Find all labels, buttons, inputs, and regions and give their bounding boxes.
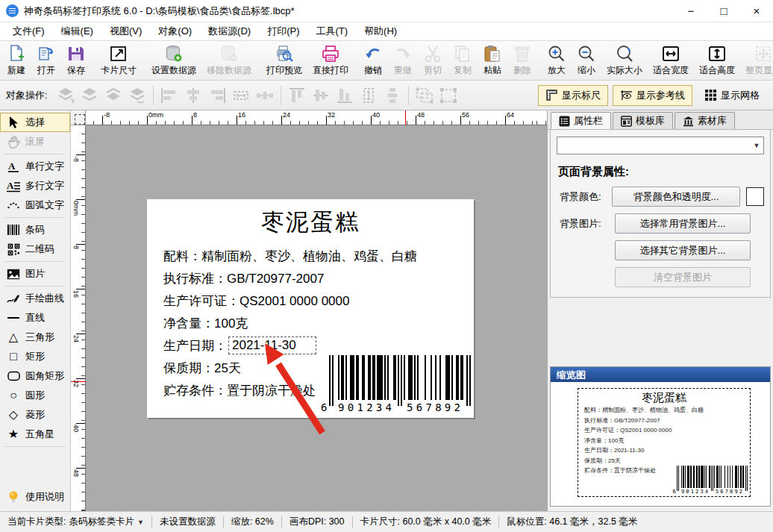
cursor-icon <box>6 115 21 130</box>
tool-arc-text[interactable]: 圆弧文字 <box>0 195 70 215</box>
layer-forward-icon <box>55 86 76 105</box>
card-size-button[interactable]: 卡片尺寸 <box>96 42 142 79</box>
actual-size-button[interactable]: 实际大小 <box>601 42 648 79</box>
tool-select[interactable]: 选择 <box>0 113 70 132</box>
ruler-major-tick <box>416 116 416 125</box>
background-section-title: 页面背景属性: <box>558 165 764 179</box>
h-ruler-label: 0mm <box>148 111 163 119</box>
ruler-major-tick <box>76 423 85 424</box>
card-type-dropdown[interactable]: 当前卡片类型: 条码标签类卡片 ▼ <box>0 516 151 528</box>
h-ruler-label: 56 <box>462 111 469 119</box>
fit-height-button[interactable]: 适合高度 <box>694 42 740 79</box>
menu-tools[interactable]: 工具(T) <box>307 22 356 40</box>
ruler-major-tick <box>76 199 85 200</box>
license-line[interactable]: 生产许可证：QS2001 0000 0000 <box>147 290 474 312</box>
ruler-corner <box>71 110 86 125</box>
svg-text:A: A <box>7 180 14 191</box>
layer-front-icon <box>79 86 100 105</box>
print-preview-button[interactable]: 打印预览 <box>261 42 307 79</box>
ean13-barcode[interactable]: 6 901234 567892 <box>320 355 471 412</box>
right-panel: 属性栏 模板库 素材库 ▼ 页面背景属性: 背景颜色: 背景颜色和透明度... <box>547 110 773 511</box>
ingredients-line[interactable]: 配料：精制面粉、枣沙、植物油、鸡蛋、白糖 <box>147 245 474 267</box>
bg-image-common-button[interactable]: 选择常用背景图片... <box>615 213 751 234</box>
help-button[interactable]: 使用说明 <box>0 487 70 507</box>
tool-curve[interactable]: 手绘曲线 <box>0 289 70 308</box>
paste-button[interactable]: 粘贴 <box>478 42 507 79</box>
maximize-button[interactable]: □ <box>707 0 740 22</box>
tool-star[interactable]: ★ 五角星 <box>0 425 70 444</box>
redo-button: 重做 <box>388 42 418 79</box>
ruler-major-tick <box>76 334 85 334</box>
tab-templates[interactable]: 模板库 <box>613 112 673 129</box>
undo-button[interactable]: 撤销 <box>358 42 388 79</box>
zoom-in-button[interactable]: 放大 <box>542 42 572 79</box>
tab-properties[interactable]: 属性栏 <box>551 112 611 129</box>
thumb-ingredients: 配料：精制面粉、枣沙、植物油、鸡蛋、白糖 <box>578 405 750 416</box>
v-ruler-label: 16 <box>72 290 80 298</box>
menu-help[interactable]: 帮助(H) <box>356 22 405 40</box>
tool-rounded-rectangle[interactable]: 圆角矩形 <box>0 366 70 386</box>
menu-print[interactable]: 打印(P) <box>259 22 307 40</box>
minimize-button[interactable]: − <box>675 0 707 22</box>
show-ruler-toggle[interactable]: 显示标尺 <box>538 85 608 106</box>
actual-size-icon <box>615 44 634 63</box>
thumbnail-label-preview[interactable]: 枣泥蛋糕 配料：精制面粉、枣沙、植物油、鸡蛋、白糖 执行标准：GB/T20977… <box>578 388 751 497</box>
bg-image-other-button[interactable]: 选择其它背景图片... <box>615 240 751 260</box>
object-selector-combobox[interactable]: ▼ <box>557 137 764 154</box>
set-datasource-button[interactable]: 设置数据源 <box>146 42 201 79</box>
layer-backward-icon <box>127 86 148 105</box>
save-floppy-icon <box>66 44 86 63</box>
show-grid-toggle[interactable]: 显示网格 <box>697 85 767 106</box>
svg-text:901234: 901234 <box>681 489 708 494</box>
standard-line[interactable]: 执行标准：GB/T20977-2007 <box>147 267 474 290</box>
show-guides-toggle[interactable]: 显示参考线 <box>613 85 692 106</box>
design-canvas[interactable]: -80mm81624324048566472 -80mm81624324048 … <box>71 110 547 511</box>
net-weight-line[interactable]: 净含量：100克 <box>147 312 474 334</box>
zoom-status: 缩放: 62% <box>224 516 281 528</box>
save-button[interactable]: 保存 <box>61 42 91 79</box>
close-button[interactable]: × <box>740 0 773 22</box>
card-size-status: 卡片尺寸: 60.0 毫米 x 40.0 毫米 <box>353 516 499 528</box>
tool-qrcode[interactable]: 二维码 <box>0 240 70 259</box>
menu-file[interactable]: 文件(F) <box>4 22 53 40</box>
menu-edit[interactable]: 编辑(E) <box>53 22 101 40</box>
barcode-left-digits: 901234 <box>338 401 392 412</box>
template-library-icon <box>621 116 632 127</box>
triangle-icon: △ <box>6 330 21 345</box>
bg-color-button[interactable]: 背景颜色和透明度... <box>612 187 740 207</box>
ruler-major-tick <box>76 289 85 290</box>
open-button[interactable]: 打开 <box>31 42 61 79</box>
menu-view[interactable]: 视图(V) <box>101 22 150 40</box>
qrcode-icon <box>6 242 21 257</box>
menu-object[interactable]: 对象(O) <box>150 22 200 40</box>
menu-datasource[interactable]: 数据源(D) <box>200 22 259 40</box>
dpi-status: 画布DPI: 300 <box>282 516 352 528</box>
align-middle-icon <box>310 86 331 105</box>
tool-barcode[interactable]: 条码 <box>0 220 70 240</box>
new-button[interactable]: 新建 <box>1 42 31 79</box>
product-title[interactable]: 枣泥蛋糕 <box>147 207 474 238</box>
ungroup-icon <box>438 86 459 105</box>
align-left-icon <box>159 86 180 105</box>
h-ruler-label: 32 <box>328 111 335 119</box>
tool-triangle[interactable]: △ 三角形 <box>0 328 70 347</box>
thumb-shelf-life: 保质期：25天 <box>578 456 750 466</box>
tool-sidebar: 选择 滚屏 A 单行文字 A 多行文字 圆弧文字 条码 二维码 <box>0 110 71 511</box>
thumbnail-body[interactable]: 枣泥蛋糕 配料：精制面粉、枣沙、植物油、鸡蛋、白糖 执行标准：GB/T20977… <box>551 382 770 506</box>
fit-width-button[interactable]: 适合宽度 <box>648 42 694 79</box>
direct-print-button[interactable]: 直接打印 <box>307 42 354 79</box>
tool-circle[interactable]: ○ 圆形 <box>0 386 70 405</box>
bg-color-swatch[interactable] <box>746 187 764 206</box>
tool-image[interactable]: 图片 <box>0 264 70 284</box>
lightbulb-icon <box>6 489 21 504</box>
tool-rectangle[interactable]: □ 矩形 <box>0 347 70 366</box>
tool-single-text[interactable]: A 单行文字 <box>0 157 70 176</box>
zoom-out-button[interactable]: 缩小 <box>572 42 601 79</box>
new-document-icon <box>7 44 26 63</box>
ruler-major-tick <box>76 468 85 469</box>
tool-diamond[interactable]: ◇ 菱形 <box>0 405 70 425</box>
objectbar-divider <box>408 86 409 105</box>
tab-materials[interactable]: 素材库 <box>675 112 735 129</box>
tool-multi-text[interactable]: A 多行文字 <box>0 176 70 195</box>
tool-line[interactable]: 直线 <box>0 308 70 328</box>
